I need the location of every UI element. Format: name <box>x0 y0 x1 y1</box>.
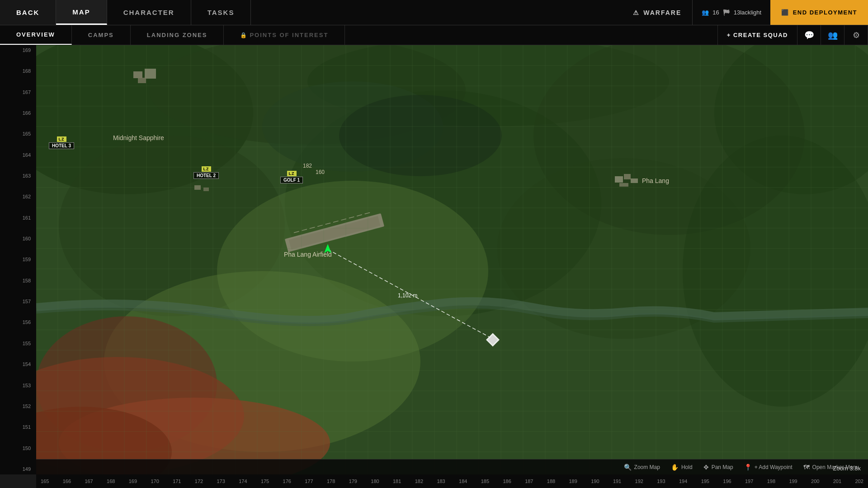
grid-left: 169 168 167 166 165 164 163 162 161 160 … <box>0 45 36 474</box>
squad-count: 16 <box>712 9 719 16</box>
grid-num-154: 154 <box>2 362 34 367</box>
grid-h-180: 180 <box>371 479 379 484</box>
grid-num-153: 153 <box>2 383 34 388</box>
svg-rect-84 <box>615 176 623 183</box>
hold-label: Hold <box>681 464 693 470</box>
grid-num-166: 166 <box>2 111 34 116</box>
grid-num-151: 151 <box>2 425 34 430</box>
svg-rect-80 <box>145 69 156 79</box>
warfare-icon: ⚠ <box>633 9 640 16</box>
camps-tab[interactable]: CAMPS <box>72 25 131 45</box>
squad-info: 👥 16 🏁 13lacklight <box>692 0 770 25</box>
svg-text:Pha Lang: Pha Lang <box>642 177 669 184</box>
grid-num-168: 168 <box>2 69 34 74</box>
svg-text:Pha Lang Airfield: Pha Lang Airfield <box>284 251 332 258</box>
grid-h-196: 196 <box>723 479 731 484</box>
grid-num-165: 165 <box>2 131 34 136</box>
grid-h-190: 190 <box>591 479 599 484</box>
marker-icon: 🗺 <box>803 464 810 471</box>
map-tab[interactable]: MAP <box>56 0 107 25</box>
players-icon[interactable]: 👥 <box>821 25 844 45</box>
zoom-level: Zoom 3.8x <box>833 465 861 472</box>
grid-h-176: 176 <box>283 479 291 484</box>
squad-icon: 👥 <box>702 9 709 16</box>
overview-tab[interactable]: OVERVIEW <box>0 25 72 45</box>
settings-icon[interactable]: ⚙ <box>844 25 868 45</box>
grid-h-199: 199 <box>789 479 797 484</box>
grid-num-149: 149 <box>2 467 34 472</box>
grid-h-188: 188 <box>547 479 555 484</box>
svg-rect-83 <box>203 188 209 191</box>
grid-num-160: 160 <box>2 236 34 241</box>
character-tab[interactable]: CHARACTER <box>107 0 191 25</box>
grid-h-192: 192 <box>635 479 643 484</box>
lz-golf1-label: GOLF 1 <box>280 177 303 183</box>
lz-hotel3-marker[interactable]: LZ HOTEL 3 <box>49 136 74 149</box>
back-button[interactable]: BACK <box>0 0 56 25</box>
svg-rect-86 <box>631 178 638 183</box>
pan-map-tool[interactable]: ✥ Pan Map <box>703 464 733 471</box>
landing-zones-tab[interactable]: LANDING ZONES <box>131 25 224 45</box>
hold-icon: ✋ <box>671 464 679 471</box>
grid-bottom: 165 166 167 168 169 170 171 172 173 174 … <box>36 474 868 488</box>
tasks-tab[interactable]: TASKS <box>191 0 251 25</box>
add-waypoint-tool[interactable]: 📍 + Add Waypoint <box>744 464 793 471</box>
grid-h-175: 175 <box>261 479 269 484</box>
grid-h-185: 185 <box>481 479 489 484</box>
grid-h-187: 187 <box>525 479 533 484</box>
hold-tool[interactable]: ✋ Hold <box>671 464 693 471</box>
top-navigation: BACK MAP CHARACTER TASKS ⚠ WARFARE 👥 16 … <box>0 0 868 25</box>
lz-golf1-badge: LZ <box>287 171 297 176</box>
grid-num-167: 167 <box>2 90 34 95</box>
grid-num-162: 162 <box>2 194 34 199</box>
grid-num-152: 152 <box>2 404 34 409</box>
chat-icon[interactable]: 💬 <box>797 25 821 45</box>
create-squad-button[interactable]: + CREATE SQUAD <box>717 25 797 45</box>
warfare-button[interactable]: ⚠ WARFARE <box>622 0 692 25</box>
grid-h-179: 179 <box>349 479 357 484</box>
grid-h-201: 201 <box>833 479 841 484</box>
svg-rect-82 <box>194 185 201 190</box>
lz-hotel2-marker[interactable]: LZ HOTEL 2 <box>193 166 219 179</box>
bottom-toolbar: 🔍 Zoom Map ✋ Hold ✥ Pan Map 📍 + Add Wayp… <box>36 459 868 474</box>
lz-hotel3-label: HOTEL 3 <box>49 142 74 149</box>
lz-hotel3-badge: LZ <box>57 136 66 142</box>
grid-h-202: 202 <box>855 479 863 484</box>
grid-h-170: 170 <box>151 479 159 484</box>
grid-h-189: 189 <box>569 479 577 484</box>
lz-golf1-marker[interactable]: LZ GOLF 1 <box>280 171 303 183</box>
grid-num-161: 161 <box>2 216 34 221</box>
grid-num-163: 163 <box>2 174 34 178</box>
lz-hotel2-badge: LZ <box>202 166 211 172</box>
grid-h-198: 198 <box>767 479 775 484</box>
pan-icon: ✥ <box>703 464 709 471</box>
grid-num-164: 164 <box>2 153 34 158</box>
grid-h-173: 173 <box>217 479 225 484</box>
svg-text:Midnight Sapphire: Midnight Sapphire <box>113 134 164 141</box>
svg-rect-81 <box>138 78 146 83</box>
points-of-interest-tab[interactable]: 🔒 POINTS OF INTEREST <box>224 25 345 45</box>
zoom-map-label: Zoom Map <box>634 464 660 470</box>
secondary-navigation: OVERVIEW CAMPS LANDING ZONES 🔒 POINTS OF… <box>0 25 868 45</box>
svg-point-17 <box>339 95 502 176</box>
grid-h-191: 191 <box>613 479 621 484</box>
grid-h-177: 177 <box>305 479 313 484</box>
grid-h-200: 200 <box>811 479 819 484</box>
grid-num-157: 157 <box>2 299 34 304</box>
grid-num-150: 150 <box>2 446 34 451</box>
grid-h-178: 178 <box>327 479 335 484</box>
svg-rect-79 <box>133 71 142 78</box>
map-container[interactable]: Pha Lang Midnight Sapphire Pha Lang Airf… <box>36 45 868 474</box>
grid-num-169: 169 <box>2 48 34 53</box>
pan-map-label: Pan Map <box>712 464 733 470</box>
grid-h-171: 171 <box>173 479 181 484</box>
grid-h-197: 197 <box>745 479 753 484</box>
grid-h-183: 183 <box>437 479 445 484</box>
add-waypoint-label: + Add Waypoint <box>755 464 793 470</box>
warfare-label: WARFARE <box>643 9 681 16</box>
grid-num-159: 159 <box>2 257 34 262</box>
zoom-map-tool[interactable]: 🔍 Zoom Map <box>624 464 660 471</box>
end-deployment-button[interactable]: ⬛ END DEPLOYMENT <box>770 0 868 25</box>
grid-num-156: 156 <box>2 320 34 325</box>
map-tools-icons: 💬 👥 ⚙ <box>797 25 868 45</box>
